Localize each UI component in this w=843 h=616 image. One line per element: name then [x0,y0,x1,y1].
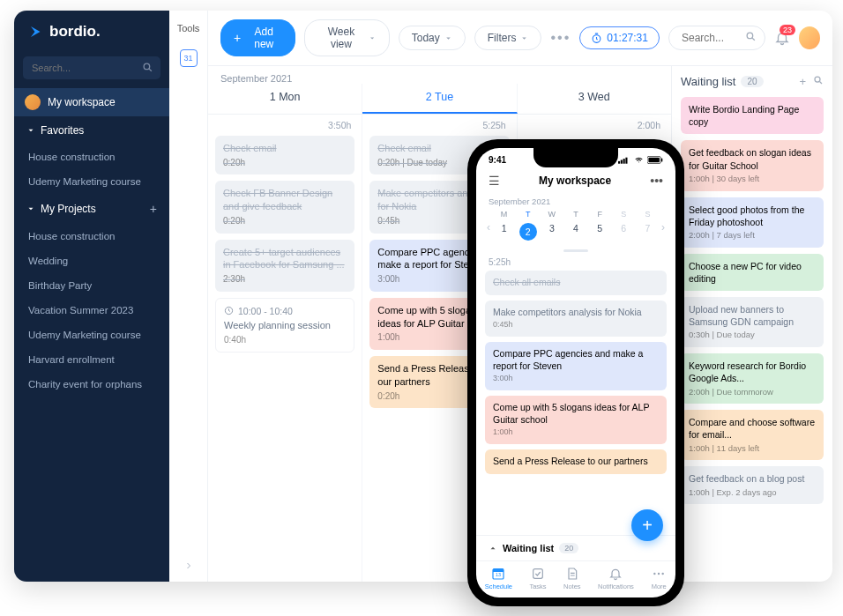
day-header[interactable]: 2 Tue [362,84,517,114]
phone-dow: W [540,208,563,220]
timed-task[interactable]: 10:00 - 10:40 Weekly planning session 0:… [215,298,354,353]
search-waiting-button[interactable] [813,75,824,88]
phone-date[interactable]: 2 [516,220,540,246]
svg-rect-18 [533,569,543,579]
next-week-button[interactable]: › [660,221,667,234]
sidebar-item[interactable]: Harvard enrollment [14,347,169,372]
waiting-task[interactable]: Compare and choose software for email...… [681,410,824,460]
phone-task[interactable]: Make competitors analysis for Nokia0:45h [485,301,667,337]
calendar-icon[interactable]: 31 [180,49,198,67]
signal-icon [618,156,630,164]
add-waiting-button[interactable]: + [799,75,806,88]
phone-waiting-count: 20 [559,543,578,553]
phone-task[interactable]: Compare PPC agencies and make a report f… [485,342,667,390]
tab-icon: 13 [490,567,506,581]
view-selector[interactable]: Week view [304,19,389,56]
svg-line-1 [149,69,152,71]
day-hours: 3:50h [215,120,354,136]
favorites-header[interactable]: Favorites [14,116,169,145]
fab-add-button[interactable]: + [631,509,663,541]
timer[interactable]: 01:27:31 [579,26,660,49]
sidebar-item[interactable]: Birthday Party [14,273,169,298]
stopwatch-icon [591,33,602,44]
chevron-down-icon [369,34,376,42]
expand-icon[interactable] [183,560,194,571]
prev-week-button[interactable]: ‹ [485,221,492,234]
svg-rect-9 [621,160,623,164]
projects-label: My Projects [41,203,96,215]
phone-week-strip: ‹ MTWTFSS 1234567 › [476,208,675,246]
search-icon [142,62,153,73]
filters-button[interactable]: Filters [474,26,542,50]
waiting-task[interactable]: Keyword research for Bordio Google Ads..… [681,353,824,404]
sidebar-search[interactable] [23,56,160,79]
waiting-task[interactable]: Choose a new PC for video editing [681,254,824,291]
svg-point-6 [815,77,820,82]
add-project-button[interactable]: + [150,202,157,216]
notifications-button[interactable]: 23 [774,30,790,46]
hamburger-icon[interactable]: ☰ [489,174,500,188]
sidebar-item[interactable]: Udemy Marketing course [14,169,169,194]
phone-tab-more[interactable]: More [651,567,667,590]
tab-icon [651,567,667,581]
phone-date[interactable]: 7 [636,220,660,246]
svg-point-20 [658,573,660,575]
profile-avatar[interactable] [799,26,820,49]
sidebar-search-input[interactable] [23,56,160,79]
waiting-task[interactable]: Get feedback on a blog post1:00h | Exp. … [681,466,824,504]
sidebar-item[interactable]: Charity event for orphans [14,372,169,397]
month-label: September 2021 [208,66,671,84]
workspace-name: My workspace [48,96,116,108]
sidebar-item[interactable]: House construction [14,224,169,249]
sidebar-item[interactable]: House construction [14,145,169,169]
today-button[interactable]: Today [399,26,466,50]
task-card[interactable]: Check FB Banner Design and give feedback… [215,181,354,233]
svg-rect-13 [648,158,659,163]
favorites-label: Favorites [41,124,84,137]
waiting-task[interactable]: Write Bordio Landing Page copy [681,97,824,134]
phone-screen: 9:41 ☰ My workspace ••• September 2021 ‹… [476,148,675,597]
drag-handle[interactable] [563,249,588,252]
phone-date[interactable]: 1 [492,220,516,246]
phone-tab-notifications[interactable]: Notifications [598,567,634,590]
phone-task[interactable]: Check all emails [485,271,667,295]
day-header[interactable]: 3 Wed [518,84,671,114]
phone-task[interactable]: Come up with 5 slogans ideas for ALP Gui… [485,396,667,444]
workspace-avatar [25,94,41,110]
waiting-task[interactable]: Upload new banners to Samsung GDN campai… [681,297,824,347]
waiting-title: Waiting list [681,75,735,88]
day-header[interactable]: 1 Mon [208,84,362,114]
more-icon[interactable]: ••• [650,174,663,188]
waiting-task[interactable]: Get feedback on slogan ideas for Guitar … [681,140,824,190]
phone-tab-notes[interactable]: Notes [563,567,581,590]
tools-label: Tools [177,23,200,33]
sidebar-item[interactable]: Wedding [14,249,169,273]
projects-header[interactable]: My Projects + [14,194,169,224]
phone-month: September 2021 [476,193,675,208]
phone-date[interactable]: 4 [563,220,587,246]
svg-point-19 [653,573,655,575]
phone-date[interactable]: 5 [588,220,612,246]
tools-column: Tools 31 [169,11,208,582]
sidebar-item[interactable]: Vacation Summer 2023 [14,298,169,323]
phone-date[interactable]: 6 [612,220,636,246]
sidebar-item[interactable]: Udemy Marketing course [14,323,169,347]
phone-tab-schedule[interactable]: 13Schedule [485,567,512,590]
phone-dow: T [516,208,540,220]
task-card[interactable]: Check email0:20h [215,136,354,174]
phone-task[interactable]: Send a Press Release to our partners [485,449,667,474]
add-new-button[interactable]: +Add new [220,19,295,56]
waiting-count: 20 [741,76,763,87]
phone-header: ☰ My workspace ••• [476,168,675,193]
phone-tab-bar: 13ScheduleTasksNotesNotificationsMore [476,560,675,597]
top-search[interactable] [668,26,765,50]
more-icon[interactable]: ••• [550,30,571,46]
phone-notch [533,148,618,167]
waiting-task[interactable]: Select good photos from the Friday photo… [681,197,824,248]
phone-date[interactable]: 3 [540,220,563,246]
phone-tab-tasks[interactable]: Tasks [529,567,546,590]
svg-point-3 [747,33,753,39]
workspace-selector[interactable]: My workspace [14,88,169,116]
phone-task-list: Check all emailsMake competitors analysi… [476,271,675,535]
task-card[interactable]: Create 5+ target audiences in Facebook f… [215,240,354,292]
